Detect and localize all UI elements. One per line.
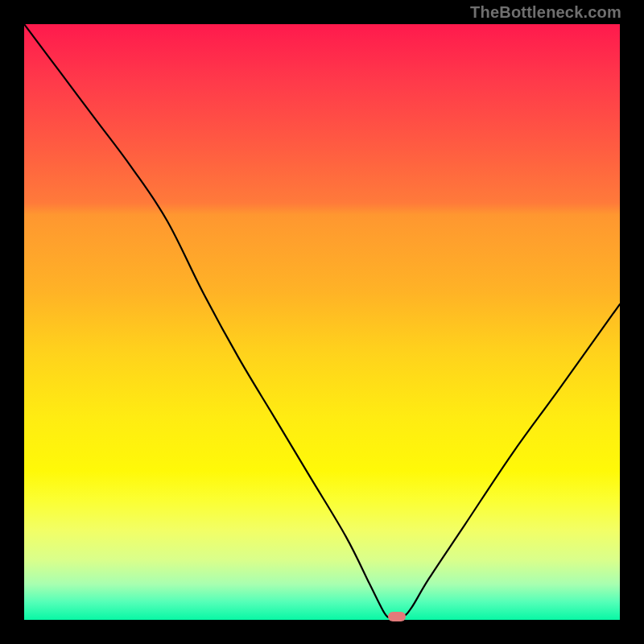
chart-frame: TheBottleneck.com [0,0,644,644]
bottleneck-curve [24,24,620,620]
min-marker [388,612,406,621]
watermark-text: TheBottleneck.com [470,3,621,22]
plot-area [24,24,620,620]
